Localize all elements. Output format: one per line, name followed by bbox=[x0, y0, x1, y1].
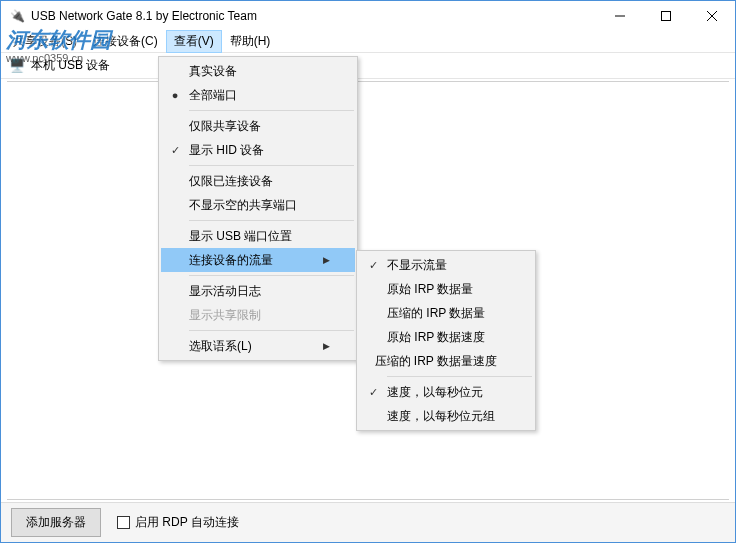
menu-separator bbox=[189, 165, 354, 166]
maximize-icon bbox=[661, 11, 671, 21]
menu-separator bbox=[189, 275, 354, 276]
add-server-button[interactable]: 添加服务器 bbox=[11, 508, 101, 537]
traffic-menu-item-3[interactable]: 原始 IRP 数据速度 bbox=[359, 325, 533, 349]
traffic-menu-item-0[interactable]: ✓不显示流量 bbox=[359, 253, 533, 277]
rdp-auto-checkbox[interactable]: 启用 RDP 自动连接 bbox=[117, 514, 239, 531]
view-menu-item-1[interactable]: ●全部端口 bbox=[161, 83, 355, 107]
view-menu-item-6[interactable]: 仅限已连接设备 bbox=[161, 169, 355, 193]
menu-item-label: 不显示流量 bbox=[387, 257, 513, 274]
monitor-icon: 🖥️ bbox=[9, 58, 25, 74]
traffic-menu-item-4[interactable]: 压缩的 IRP 数据量速度 bbox=[359, 349, 533, 373]
menu-view[interactable]: 查看(V) bbox=[166, 30, 222, 53]
toolbar-label: 本机 USB 设备 bbox=[31, 57, 110, 74]
submenu-arrow-icon: ▶ bbox=[323, 255, 335, 265]
traffic-menu-item-2[interactable]: 压缩的 IRP 数据量 bbox=[359, 301, 533, 325]
view-dropdown: 真实设备●全部端口仅限共享设备✓显示 HID 设备仅限已连接设备不显示空的共享端… bbox=[158, 56, 358, 361]
menu-item-label: 连接设备的流量 bbox=[189, 252, 323, 269]
window-title: USB Network Gate 8.1 by Electronic Team bbox=[31, 9, 597, 23]
menu-item-label: 选取语系(L) bbox=[189, 338, 323, 355]
menu-item-label: 显示共享限制 bbox=[189, 307, 335, 324]
app-icon: 🔌 bbox=[9, 8, 25, 24]
view-menu-item-13: 显示共享限制 bbox=[161, 303, 355, 327]
traffic-menu-item-7[interactable]: 速度，以每秒位元组 bbox=[359, 404, 533, 428]
maximize-button[interactable] bbox=[643, 1, 689, 31]
menu-item-label: 原始 IRP 数据量 bbox=[387, 281, 513, 298]
menu-item-label: 仅限已连接设备 bbox=[189, 173, 335, 190]
view-menu-item-10[interactable]: 连接设备的流量▶ bbox=[161, 248, 355, 272]
view-menu-item-7[interactable]: 不显示空的共享端口 bbox=[161, 193, 355, 217]
menu-item-label: 不显示空的共享端口 bbox=[189, 197, 335, 214]
bottombar: 添加服务器 启用 RDP 自动连接 bbox=[1, 502, 735, 542]
menu-item-label: 全部端口 bbox=[189, 87, 335, 104]
rdp-auto-label: 启用 RDP 自动连接 bbox=[135, 514, 239, 531]
view-menu-item-0[interactable]: 真实设备 bbox=[161, 59, 355, 83]
minimize-icon bbox=[615, 11, 625, 21]
titlebar: 🔌 USB Network Gate 8.1 by Electronic Tea… bbox=[1, 1, 735, 31]
traffic-menu-item-1[interactable]: 原始 IRP 数据量 bbox=[359, 277, 533, 301]
svg-rect-1 bbox=[662, 12, 671, 21]
menu-share-devices[interactable]: 共享设备(S) bbox=[5, 30, 85, 53]
check-icon: ✓ bbox=[161, 144, 189, 157]
menu-item-label: 速度，以每秒位元 bbox=[387, 384, 513, 401]
submenu-arrow-icon: ▶ bbox=[323, 341, 335, 351]
menu-item-label: 压缩的 IRP 数据量 bbox=[387, 305, 513, 322]
menu-separator bbox=[189, 110, 354, 111]
menu-item-label: 压缩的 IRP 数据量速度 bbox=[375, 353, 513, 370]
menu-item-label: 原始 IRP 数据速度 bbox=[387, 329, 513, 346]
view-menu-item-12[interactable]: 显示活动日志 bbox=[161, 279, 355, 303]
menu-item-label: 速度，以每秒位元组 bbox=[387, 408, 513, 425]
menu-item-label: 显示 HID 设备 bbox=[189, 142, 335, 159]
menu-item-label: 仅限共享设备 bbox=[189, 118, 335, 135]
check-icon: ● bbox=[161, 89, 189, 101]
check-icon: ✓ bbox=[359, 386, 387, 399]
view-menu-item-9[interactable]: 显示 USB 端口位置 bbox=[161, 224, 355, 248]
close-button[interactable] bbox=[689, 1, 735, 31]
traffic-menu-item-6[interactable]: ✓速度，以每秒位元 bbox=[359, 380, 533, 404]
menu-separator bbox=[189, 220, 354, 221]
menu-connect-devices[interactable]: 连接设备(C) bbox=[85, 30, 166, 53]
menu-item-label: 显示活动日志 bbox=[189, 283, 335, 300]
menu-separator bbox=[387, 376, 532, 377]
traffic-submenu: ✓不显示流量原始 IRP 数据量压缩的 IRP 数据量原始 IRP 数据速度压缩… bbox=[356, 250, 536, 431]
view-menu-item-4[interactable]: ✓显示 HID 设备 bbox=[161, 138, 355, 162]
menu-item-label: 显示 USB 端口位置 bbox=[189, 228, 335, 245]
close-icon bbox=[707, 11, 717, 21]
menu-item-label: 真实设备 bbox=[189, 63, 335, 80]
menu-separator bbox=[189, 330, 354, 331]
checkbox-box bbox=[117, 516, 130, 529]
view-menu-item-3[interactable]: 仅限共享设备 bbox=[161, 114, 355, 138]
menu-help[interactable]: 帮助(H) bbox=[222, 30, 279, 53]
minimize-button[interactable] bbox=[597, 1, 643, 31]
check-icon: ✓ bbox=[359, 259, 387, 272]
view-menu-item-15[interactable]: 选取语系(L)▶ bbox=[161, 334, 355, 358]
toolbar: 🖥️ 本机 USB 设备 bbox=[1, 53, 735, 79]
menubar: 共享设备(S) 连接设备(C) 查看(V) 帮助(H) bbox=[1, 31, 735, 53]
